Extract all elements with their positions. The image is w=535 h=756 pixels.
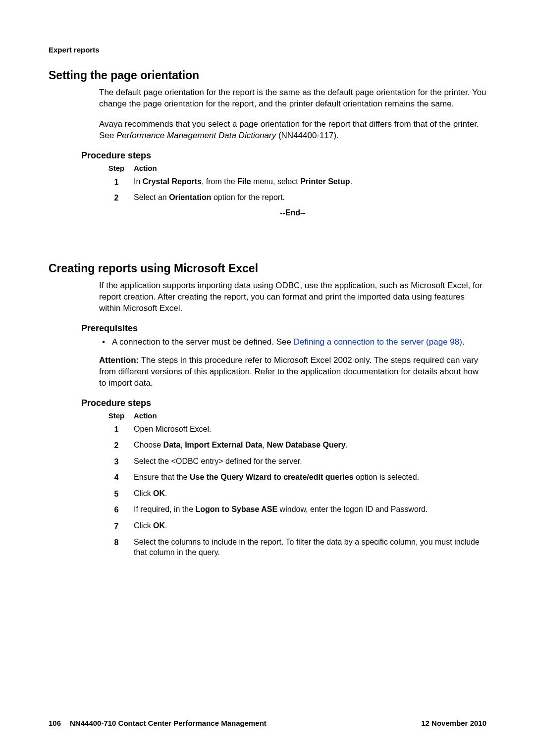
- step-action: Select the columns to include in the rep…: [134, 537, 486, 558]
- step-action: Click OK.: [134, 520, 486, 531]
- text-fragment: window, enter the logon ID and Password.: [277, 505, 428, 513]
- bullet-icon: •: [99, 337, 112, 348]
- step-number: 5: [99, 488, 134, 500]
- running-head: Expert reports: [49, 46, 486, 54]
- steps-header-step: Step: [99, 411, 134, 420]
- step-row: 5 Click OK.: [99, 488, 486, 500]
- steps-header-step: Step: [99, 164, 134, 172]
- ui-term: Logon to Sybase ASE: [196, 505, 278, 513]
- text-fragment: .: [462, 337, 465, 347]
- text-fragment: .: [350, 177, 352, 186]
- steps-header: Step Action: [99, 411, 486, 420]
- list-item: • A connection to the server must be def…: [99, 337, 486, 348]
- section2-body: If the application supports importing da…: [99, 280, 486, 314]
- footer-doc-title: NN44400-710 Contact Center Performance M…: [70, 719, 267, 727]
- text-fragment: Click: [134, 521, 153, 530]
- ui-term: New Database Query: [267, 441, 346, 449]
- footer-left: 106NN44400-710 Contact Center Performanc…: [49, 719, 267, 727]
- text-fragment: , from the: [202, 177, 237, 186]
- step-action: Open Microsoft Excel.: [134, 424, 486, 435]
- step-action: Ensure that the Use the Query Wizard to …: [134, 472, 486, 483]
- text-fragment: menu, select: [251, 177, 301, 186]
- step-number: 1: [99, 424, 134, 435]
- step-action: In Crystal Reports, from the File menu, …: [134, 176, 486, 187]
- attention-note: Attention: The steps in this procedure r…: [99, 355, 486, 389]
- section1-para2: Avaya recommends that you select a page …: [99, 119, 486, 142]
- attention-label: Attention:: [99, 355, 139, 365]
- heading-creating-reports-excel: Creating reports using Microsoft Excel: [49, 262, 486, 275]
- steps-header-action: Action: [134, 164, 157, 172]
- document-page: Expert reports Setting the page orientat…: [0, 0, 535, 756]
- subheading-prerequisites: Prerequisites: [81, 323, 486, 334]
- step-row: 3 Select the <ODBC entry> defined for th…: [99, 456, 486, 467]
- step-row: 6 If required, in the Logon to Sybase AS…: [99, 504, 486, 515]
- text-fragment: ,: [180, 441, 185, 449]
- step-action: Click OK.: [134, 488, 486, 499]
- step-number: 3: [99, 456, 134, 467]
- step-number: 6: [99, 504, 134, 515]
- end-marker: --End--: [99, 208, 486, 217]
- step-action: If required, in the Logon to Sybase ASE …: [134, 504, 486, 515]
- step-action: Choose Data, Import External Data, New D…: [134, 440, 486, 451]
- text-fragment: Choose: [134, 441, 163, 449]
- steps-header: Step Action: [99, 164, 486, 172]
- step-row: 2 Select an Orientation option for the r…: [99, 192, 486, 203]
- subheading-procedure-steps-2: Procedure steps: [81, 398, 486, 408]
- text-fragment: A connection to the server must be defin…: [112, 337, 294, 347]
- ui-term: Use the Query Wizard to create/edit quer…: [190, 473, 354, 481]
- text-fragment: (NN44400-117).: [276, 131, 339, 140]
- step-action: Select an Orientation option for the rep…: [134, 192, 486, 203]
- steps-table-1: Step Action 1 In Crystal Reports, from t…: [99, 164, 486, 203]
- step-number: 4: [99, 472, 134, 483]
- link-defining-connection[interactable]: Defining a connection to the server (pag…: [294, 337, 462, 347]
- text-fragment: Select an: [134, 193, 169, 202]
- step-row: 1 In Crystal Reports, from the File menu…: [99, 176, 486, 188]
- step-number: 7: [99, 520, 134, 532]
- ui-term: Orientation: [169, 193, 211, 202]
- step-row: 7 Click OK.: [99, 520, 486, 532]
- ui-term: Data: [163, 441, 181, 449]
- subheading-procedure-steps-1: Procedure steps: [81, 151, 486, 161]
- ui-term: File: [237, 177, 251, 186]
- footer-date: 12 November 2010: [421, 719, 486, 727]
- heading-setting-page-orientation: Setting the page orientation: [49, 69, 486, 82]
- step-row: 4 Ensure that the Use the Query Wizard t…: [99, 472, 486, 483]
- text-fragment: Click: [134, 489, 153, 498]
- page-number: 106: [49, 719, 61, 727]
- section-gap: [49, 217, 486, 252]
- prereq-list: • A connection to the server must be def…: [99, 337, 486, 348]
- steps-table-2: Step Action 1 Open Microsoft Excel. 2 Ch…: [99, 411, 486, 558]
- step-row: 1 Open Microsoft Excel.: [99, 424, 486, 435]
- text-fragment: Ensure that the: [134, 473, 190, 481]
- section2-para1: If the application supports importing da…: [99, 280, 486, 314]
- text-fragment: ,: [263, 441, 267, 449]
- step-row: 8 Select the columns to include in the r…: [99, 537, 486, 558]
- section1-para1: The default page orientation for the rep…: [99, 87, 486, 110]
- step-number: 2: [99, 192, 134, 203]
- ui-term: Import External Data: [185, 441, 262, 449]
- step-number: 1: [99, 176, 134, 188]
- step-number: 2: [99, 440, 134, 451]
- page-footer: 106NN44400-710 Contact Center Performanc…: [49, 719, 486, 727]
- text-fragment: .: [165, 521, 167, 530]
- ui-term: OK: [153, 489, 165, 498]
- step-number: 8: [99, 537, 134, 548]
- text-fragment: In: [134, 177, 143, 186]
- steps-header-action: Action: [134, 411, 157, 420]
- step-row: 2 Choose Data, Import External Data, New…: [99, 440, 486, 451]
- step-action: Select the <ODBC entry> defined for the …: [134, 456, 486, 467]
- text-fragment: .: [346, 441, 348, 449]
- citation-title: Performance Management Data Dictionary: [116, 131, 276, 140]
- ui-term: Printer Setup: [300, 177, 350, 186]
- text-fragment: option for the report.: [212, 193, 285, 202]
- text-fragment: If required, in the: [134, 505, 196, 513]
- section1-body: The default page orientation for the rep…: [99, 87, 486, 142]
- attention-text: The steps in this procedure refer to Mic…: [99, 355, 479, 388]
- ui-term: Crystal Reports: [143, 177, 202, 186]
- text-fragment: .: [165, 489, 167, 498]
- ui-term: OK: [153, 521, 165, 530]
- text-fragment: option is selected.: [354, 473, 420, 481]
- bullet-text: A connection to the server must be defin…: [112, 337, 486, 348]
